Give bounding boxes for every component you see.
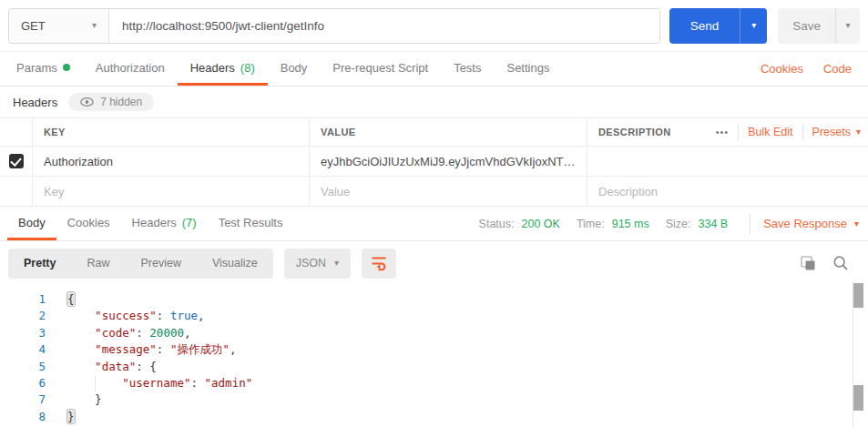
url-input[interactable]	[109, 9, 659, 43]
send-options-button[interactable]: ▾	[740, 8, 767, 44]
row-checkbox-cell	[0, 177, 33, 206]
tab-params[interactable]: Params	[4, 52, 83, 86]
line-number: 5	[0, 359, 51, 375]
save-button[interactable]: Save	[778, 8, 835, 44]
eye-icon	[80, 97, 94, 107]
method-label: GET	[21, 19, 46, 33]
format-label: JSON	[296, 257, 326, 269]
tab-tests-label: Tests	[454, 61, 481, 75]
row-checkbox-checked[interactable]	[9, 154, 24, 168]
view-pretty[interactable]: Pretty	[8, 257, 71, 269]
header-description-cell[interactable]	[587, 147, 868, 176]
wrap-text-icon	[370, 254, 388, 272]
divider	[738, 124, 739, 140]
chevron-down-icon: ▾	[845, 21, 850, 30]
view-visualize[interactable]: Visualize	[197, 257, 273, 269]
size-label: Size:	[666, 218, 691, 230]
scrollbar-thumb[interactable]	[853, 385, 863, 411]
code-token: :	[157, 309, 170, 322]
send-button[interactable]: Send	[669, 8, 740, 44]
method-select[interactable]: GET ▾	[9, 9, 109, 43]
scrollbar-thumb[interactable]	[853, 283, 863, 308]
save-label: Save	[792, 19, 821, 33]
cookies-link[interactable]: Cookies	[761, 62, 803, 76]
column-description: DESCRIPTION	[598, 127, 671, 137]
line-number: 4	[0, 341, 51, 358]
hidden-headers-label: 7 hidden	[100, 96, 142, 108]
response-tab-body[interactable]: Body	[7, 207, 56, 240]
view-raw[interactable]: Raw	[71, 257, 125, 269]
response-tab-headers[interactable]: Headers (7)	[121, 207, 208, 240]
code-token: "data"	[67, 360, 136, 373]
response-tab-body-label: Body	[18, 216, 46, 229]
code-token: ,	[198, 309, 205, 322]
row-checkbox-cell	[0, 147, 33, 176]
chevron-down-icon: ▾	[856, 127, 861, 137]
tab-headers[interactable]: Headers (8)	[178, 52, 268, 86]
code-token: "success"	[67, 309, 157, 322]
copy-button[interactable]	[800, 255, 816, 271]
format-dropdown[interactable]: JSON ▾	[284, 249, 351, 279]
new-key-input[interactable]: Key	[33, 177, 310, 206]
response-tab-test-results-label: Test Results	[219, 216, 283, 229]
code-token: 20000	[149, 326, 184, 340]
line-number: 3	[0, 325, 51, 341]
tab-body[interactable]: Body	[268, 52, 321, 86]
tab-tests[interactable]: Tests	[441, 52, 494, 86]
code-token: ,	[230, 342, 237, 356]
divider	[802, 124, 803, 140]
code-line: }	[67, 409, 252, 425]
code-line: "success": true,	[67, 308, 252, 324]
search-button[interactable]	[832, 255, 849, 271]
code-token: "操作成功"	[170, 342, 230, 356]
tab-settings[interactable]: Settings	[494, 52, 562, 86]
response-toolbar: Pretty Raw Preview Visualize JSON ▾	[0, 241, 868, 285]
headers-title: Headers	[13, 96, 57, 109]
headers-subheader: Headers 7 hidden	[0, 86, 868, 117]
tab-authorization[interactable]: Authorization	[83, 52, 178, 86]
code-token: ,	[184, 326, 191, 340]
header-row-new: Key Value Description	[0, 177, 868, 207]
tab-prerequest-label: Pre-request Script	[332, 61, 428, 75]
save-options-button[interactable]: ▾	[835, 8, 860, 44]
column-key: KEY	[33, 118, 310, 146]
chevron-down-icon: ▾	[751, 21, 756, 30]
response-tab-headers-label: Headers	[132, 216, 177, 229]
new-description-input[interactable]: Description	[587, 177, 868, 206]
more-options-icon[interactable]: •••	[716, 127, 730, 137]
line-number: 1	[0, 291, 51, 308]
request-tabs: Params Authorization Headers (8) Body Pr…	[0, 52, 868, 86]
select-all-cell	[0, 118, 33, 146]
wrap-lines-button[interactable]	[362, 249, 396, 279]
code-link[interactable]: Code	[823, 62, 852, 76]
bulk-edit-link[interactable]: Bulk Edit	[748, 126, 792, 138]
header-row-authorization: Authorization eyJhbGciOiJIUzUxMiJ9.eyJjc…	[0, 147, 868, 177]
response-tab-cookies-label: Cookies	[67, 216, 110, 229]
code-token: "code"	[67, 326, 136, 340]
header-key-cell[interactable]: Authorization	[33, 147, 310, 176]
code-line: "username": "admin"	[67, 375, 252, 391]
code-token: true	[170, 309, 198, 322]
view-switcher: Pretty Raw Preview Visualize	[8, 249, 273, 279]
tab-prerequest-script[interactable]: Pre-request Script	[320, 52, 441, 86]
view-preview[interactable]: Preview	[125, 257, 196, 269]
response-body-editor: 1 2 3 4 5 6 7 8 { "success": true, "code…	[0, 285, 868, 427]
chevron-down-icon: ▾	[92, 21, 97, 30]
code-token: }	[67, 392, 102, 406]
code-line: "code": 20000,	[67, 325, 252, 341]
divider	[750, 214, 751, 234]
headers-table: KEY VALUE DESCRIPTION ••• Bulk Edit Pres…	[0, 117, 868, 207]
column-description-cell: DESCRIPTION ••• Bulk Edit Presets ▾	[587, 118, 868, 146]
response-tab-test-results[interactable]: Test Results	[208, 207, 294, 240]
new-value-input[interactable]: Value	[310, 177, 587, 206]
header-value-cell[interactable]: eyJhbGciOiJIUzUxMiJ9.eyJjcmVhdGVkIjoxNTg…	[310, 147, 587, 176]
status-value: 200 OK	[522, 218, 560, 230]
save-response-dropdown[interactable]: Save Response ▾	[763, 217, 859, 230]
hidden-headers-badge[interactable]: 7 hidden	[68, 93, 154, 111]
presets-dropdown[interactable]: Presets ▾	[812, 126, 861, 138]
response-tabs: Body Cookies Headers (7) Test Results St…	[0, 207, 868, 241]
response-tab-cookies[interactable]: Cookies	[56, 207, 121, 240]
save-button-group: Save ▾	[778, 8, 860, 44]
size-value: 334 B	[699, 218, 729, 230]
postman-request-view: GET ▾ Send ▾ Save ▾ Params	[0, 0, 868, 427]
